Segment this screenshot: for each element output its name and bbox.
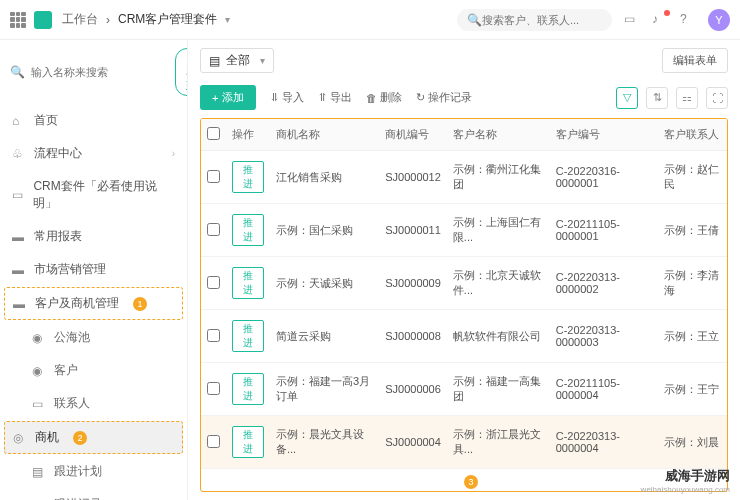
contact-name: 示例：李清海 [658,257,727,310]
contact-name: 示例：王宁 [658,363,727,416]
contact-name: 示例：刘晨 [658,416,727,469]
opportunity-name[interactable]: 示例：天诚采购 [270,257,379,310]
col-header-1[interactable]: 操作 [226,119,270,151]
help-icon[interactable]: ? [680,12,696,28]
delete-button[interactable]: 🗑删除 [366,90,402,105]
opportunity-name[interactable]: 示例：福建一高3月订单 [270,363,379,416]
table-row[interactable]: 推进 简道云采购 SJ0000008 帆软软件有限公司 C-20220313-0… [201,310,727,363]
clipboard-icon[interactable]: ▭ [624,12,640,28]
table-row[interactable]: 推进 示例：天诚采购 SJ0000009 示例：北京天诚软件... C-2022… [201,257,727,310]
table-row[interactable]: 推进 示例：国仁采购 SJ0000011 示例：上海国仁有限... C-2021… [201,204,727,257]
promote-button[interactable]: 推进 [232,214,264,246]
col-header-0[interactable] [201,119,226,151]
download-icon: ⥥ [270,91,279,104]
sidebar-item-label: 客户 [54,362,78,379]
sidebar-item-label: 流程中心 [34,145,82,162]
folder-icon: ▬ [12,263,26,277]
opportunity-name[interactable]: 示例：晨光文具设备... [270,416,379,469]
promote-button[interactable]: 推进 [232,161,264,193]
user-icon: ◉ [32,364,46,378]
sidebar-item-1[interactable]: ♧流程中心› [0,137,187,170]
table-row[interactable]: 推进 示例：晨光文具设备... SJ0000004 示例：浙江晨光文具... C… [201,416,727,469]
data-table: 操作商机名称商机编号客户名称客户编号客户联系人 推进 江化销售采购 SJ0000… [201,119,727,469]
chevron-down-icon[interactable]: ▾ [225,14,230,25]
add-button[interactable]: +添加 [200,85,256,110]
col-header-3[interactable]: 商机编号 [379,119,447,151]
opportunity-code: SJ0000009 [379,257,447,310]
customer-name[interactable]: 示例：衢州江化集团 [447,151,550,204]
sidebar-item-2[interactable]: ▭CRM套件「必看使用说明」 [0,170,187,220]
new-button[interactable]: + 新建 [175,48,188,96]
table-row[interactable]: 推进 江化销售采购 SJ0000012 示例：衢州江化集团 C-20220316… [201,151,727,204]
col-header-5[interactable]: 客户编号 [550,119,658,151]
sidebar-item-label: CRM套件「必看使用说明」 [33,178,175,212]
col-header-6[interactable]: 客户联系人 [658,119,727,151]
sidebar-item-5[interactable]: ▬客户及商机管理1 [4,287,183,320]
customer-name[interactable]: 示例：上海国仁有限... [447,204,550,257]
sidebar-item-3[interactable]: ▬常用报表 [0,220,187,253]
sidebar-item-11[interactable]: ▤跟进记录 [0,488,187,500]
col-header-4[interactable]: 客户名称 [447,119,550,151]
sidebar-search-input[interactable] [31,66,169,78]
row-checkbox[interactable] [207,329,220,342]
row-checkbox[interactable] [207,435,220,448]
select-all-checkbox[interactable] [207,127,220,140]
sidebar-item-8[interactable]: ▭联系人 [0,387,187,420]
table-container: 操作商机名称商机编号客户名称客户编号客户联系人 推进 江化销售采购 SJ0000… [200,118,728,492]
customer-code: C-20220316-0000001 [550,151,658,204]
row-checkbox[interactable] [207,382,220,395]
sidebar-item-6[interactable]: ◉公海池 [0,321,187,354]
annotation-badge: 1 [133,297,147,311]
view-label: 全部 [226,52,250,69]
promote-button[interactable]: 推进 [232,373,264,405]
customer-name[interactable]: 示例：福建一高集团 [447,363,550,416]
edit-form-button[interactable]: 编辑表单 [662,48,728,73]
customer-code: C-20211105-0000004 [550,363,658,416]
global-search[interactable]: 🔍 [457,9,612,31]
sidebar-item-9[interactable]: ◎商机2 [4,421,183,454]
list-icon: ▤ [209,54,220,68]
export-button[interactable]: ⥣导出 [318,90,352,105]
row-checkbox[interactable] [207,276,220,289]
sidebar-item-4[interactable]: ▬市场营销管理 [0,253,187,286]
sidebar-item-label: 商机 [35,429,59,446]
user-icon: ◉ [32,331,46,345]
breadcrumb-sep: › [106,13,110,27]
breadcrumb-workspace[interactable]: 工作台 [62,11,98,28]
row-checkbox[interactable] [207,170,220,183]
apps-grid-icon[interactable] [10,12,26,28]
customer-name[interactable]: 示例：北京天诚软件... [447,257,550,310]
col-header-2[interactable]: 商机名称 [270,119,379,151]
sidebar-item-0[interactable]: ⌂首页 [0,104,187,137]
chevron-down-icon: ▾ [260,55,265,66]
opportunity-name[interactable]: 简道云采购 [270,310,379,363]
avatar[interactable]: Y [708,9,730,31]
view-selector[interactable]: ▤ 全部 ▾ [200,48,274,73]
promote-button[interactable]: 推进 [232,320,264,352]
import-button[interactable]: ⥥导入 [270,90,304,105]
promote-button[interactable]: 推进 [232,426,264,458]
opportunity-name[interactable]: 江化销售采购 [270,151,379,204]
history-button[interactable]: ↻操作记录 [416,90,472,105]
opportunity-code: SJ0000012 [379,151,447,204]
sort-icon[interactable]: ⇅ [646,87,668,109]
upload-icon: ⥣ [318,91,327,104]
opportunity-name[interactable]: 示例：国仁采购 [270,204,379,257]
sidebar-item-label: 联系人 [54,395,90,412]
bell-icon[interactable]: ♪ [652,12,668,28]
customer-name[interactable]: 示例：浙江晨光文具... [447,416,550,469]
customer-code: C-20220313-0000002 [550,257,658,310]
global-search-input[interactable] [482,14,602,26]
row-checkbox[interactable] [207,223,220,236]
opportunity-code: SJ0000008 [379,310,447,363]
folder-icon: ▬ [13,297,27,311]
expand-icon[interactable]: ⛶ [706,87,728,109]
customer-name[interactable]: 帆软软件有限公司 [447,310,550,363]
sidebar-item-7[interactable]: ◉客户 [0,354,187,387]
columns-icon[interactable]: ⚏ [676,87,698,109]
sidebar-item-10[interactable]: ▤跟进计划 [0,455,187,488]
breadcrumb-app[interactable]: CRM客户管理套件 [118,11,217,28]
promote-button[interactable]: 推进 [232,267,264,299]
table-row[interactable]: 推进 示例：福建一高3月订单 SJ0000006 示例：福建一高集团 C-202… [201,363,727,416]
filter-icon[interactable]: ▽ [616,87,638,109]
